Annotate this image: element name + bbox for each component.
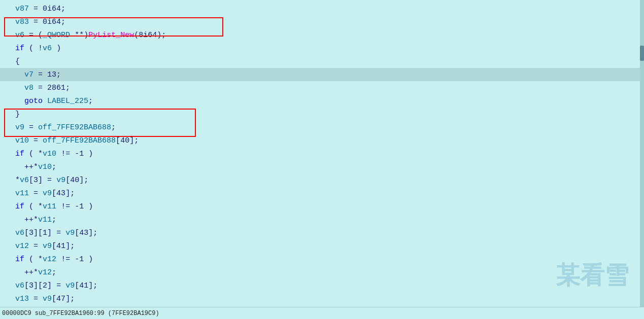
- code-line: v8 = 2861;: [0, 81, 644, 94]
- code-line: v6 = (_QWORD **)PyList_New(8i64);: [0, 28, 644, 42]
- code-line: if ( *v10 != -1 ): [0, 147, 644, 160]
- code-line: if ( *v12 != -1 ): [0, 253, 644, 266]
- code-line: if ( *v11 != -1 ): [0, 200, 644, 213]
- status-text: 00000DC9 sub_7FFE92BA1960:99 (7FFE92BA19…: [2, 310, 159, 317]
- code-line: }: [0, 108, 644, 121]
- code-line: goto LABEL_225;: [0, 94, 644, 108]
- code-line: if ( !v6 ): [0, 42, 644, 55]
- code-line: v83 = 0i64;: [0, 15, 644, 28]
- code-line: *v6[3] = v9[40];: [0, 173, 644, 187]
- code-line: v12 = v9[41];: [0, 239, 644, 253]
- vertical-scrollbar[interactable]: [640, 0, 644, 307]
- code-line: v13 = v9[47];: [0, 292, 644, 305]
- code-line: v6[3][1] = v9[43];: [0, 226, 644, 239]
- code-line: v6[3][2] = v9[41];: [0, 279, 644, 292]
- status-bar: 00000DC9 sub_7FFE92BA1960:99 (7FFE92BA19…: [0, 307, 644, 319]
- code-line: ++*v10;: [0, 160, 644, 173]
- code-line: {: [0, 55, 644, 68]
- code-line: v10 = off_7FFE92BAB688[40];: [0, 134, 644, 147]
- code-editor: v87 = 0i64; v83 = 0i64; v6 = (_QWORD **)…: [0, 0, 644, 307]
- code-line: v87 = 0i64;: [0, 2, 644, 15]
- scrollbar-thumb[interactable]: [640, 46, 644, 61]
- code-line: v7 = 13;: [0, 68, 644, 81]
- code-line: v11 = v9[43];: [0, 187, 644, 200]
- code-line: ++*v12;: [0, 266, 644, 279]
- code-line: v9 = off_7FFE92BAB688;: [0, 121, 644, 134]
- code-line: ++*v11;: [0, 213, 644, 226]
